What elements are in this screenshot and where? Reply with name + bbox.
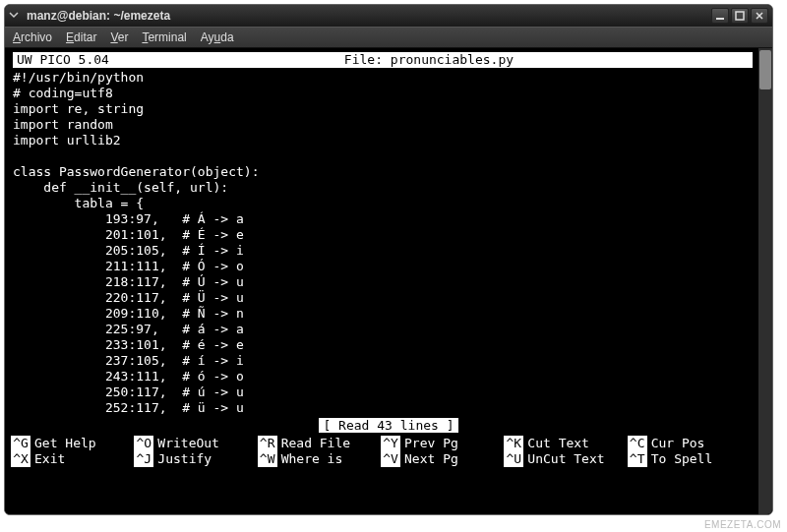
menu-ver[interactable]: Ver — [110, 30, 128, 44]
window-titlebar[interactable]: manz@debian: ~/emezeta — [5, 5, 772, 27]
editor-program: UW PICO 5.04 — [17, 52, 109, 68]
menu-ayuda[interactable]: Ayuda — [201, 30, 234, 44]
watermark: EMEZETA.COM — [704, 519, 781, 530]
svg-rect-1 — [736, 12, 744, 20]
svg-rect-0 — [716, 18, 724, 20]
editor-file-label: File: pronunciables.py — [344, 52, 514, 68]
shortcut-to-spell[interactable]: ^TTo Spell — [628, 451, 751, 467]
shortcut-bar: ^GGet Help ^OWriteOut ^RRead File ^YPrev… — [11, 436, 766, 467]
status-text: [ Read 43 lines ] — [319, 418, 457, 433]
shortcut-read-file[interactable]: ^RRead File — [258, 436, 381, 451]
menu-editar[interactable]: Editar — [66, 30, 96, 44]
shortcut-writeout[interactable]: ^OWriteOut — [134, 436, 257, 451]
menu-archivo[interactable]: Archivo — [13, 30, 52, 44]
scroll-thumb[interactable] — [759, 50, 771, 89]
chevron-down-icon[interactable] — [9, 9, 19, 23]
maximize-button[interactable] — [731, 8, 749, 24]
terminal-window: manz@debian: ~/emezeta Archivo Editar Ve… — [4, 4, 773, 515]
menu-terminal[interactable]: Terminal — [142, 30, 186, 44]
shortcut-uncut-text[interactable]: ^UUnCut Text — [504, 451, 627, 467]
shortcut-exit[interactable]: ^XExit — [11, 451, 134, 467]
shortcut-cur-pos[interactable]: ^CCur Pos — [628, 436, 751, 451]
shortcut-next-pg[interactable]: ^VNext Pg — [381, 451, 504, 467]
window-controls — [711, 8, 768, 24]
status-row: [ Read 43 lines ] — [11, 418, 766, 434]
menubar: Archivo Editar Ver Terminal Ayuda — [5, 27, 772, 48]
code-area[interactable]: #!/usr/bin/python # coding=utf8 import r… — [11, 68, 766, 416]
minimize-button[interactable] — [711, 8, 729, 24]
scrollbar[interactable] — [758, 48, 772, 514]
close-button[interactable] — [751, 8, 768, 24]
shortcut-justify[interactable]: ^JJustify — [134, 451, 257, 467]
shortcut-get-help[interactable]: ^GGet Help — [11, 436, 134, 451]
shortcut-prev-pg[interactable]: ^YPrev Pg — [381, 436, 504, 451]
shortcut-row-1: ^GGet Help ^OWriteOut ^RRead File ^YPrev… — [11, 436, 751, 451]
window-title: manz@debian: ~/emezeta — [27, 9, 711, 23]
shortcut-where-is[interactable]: ^WWhere is — [258, 451, 381, 467]
shortcut-row-2: ^XExit ^JJustify ^WWhere is ^VNext Pg ^U… — [11, 451, 751, 467]
editor-header: UW PICO 5.04 File: pronunciables.py — [13, 52, 753, 68]
terminal-area[interactable]: UW PICO 5.04 File: pronunciables.py #!/u… — [5, 48, 772, 514]
shortcut-cut-text[interactable]: ^KCut Text — [504, 436, 627, 451]
